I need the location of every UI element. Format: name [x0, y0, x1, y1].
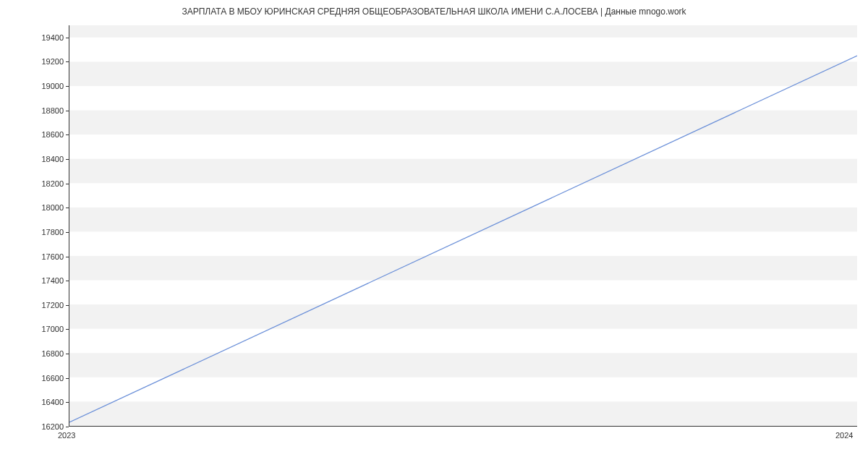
- y-tick-label: 16600: [41, 374, 64, 383]
- y-tick-label: 16800: [41, 349, 64, 358]
- grid-band: [69, 353, 857, 377]
- x-tick-label: 2024: [835, 431, 853, 440]
- y-tick-mark: [66, 184, 69, 184]
- y-tick-label: 17600: [41, 252, 64, 261]
- y-tick-label: 18200: [41, 179, 64, 188]
- y-tick-label: 16400: [41, 398, 64, 406]
- y-tick-mark: [66, 61, 69, 62]
- y-tick-label: 19000: [41, 82, 64, 90]
- y-tick-label: 17000: [41, 325, 64, 333]
- grid-band: [69, 159, 857, 184]
- y-tick-label: 18600: [41, 130, 64, 139]
- y-tick-mark: [66, 208, 69, 208]
- x-tick-label: 2023: [58, 431, 75, 440]
- y-tick-mark: [66, 402, 69, 403]
- y-tick-label: 17400: [41, 276, 64, 285]
- y-tick-mark: [66, 38, 69, 38]
- y-tick-label: 17800: [41, 228, 64, 236]
- y-tick-mark: [66, 427, 69, 427]
- y-tick-label: 17200: [41, 301, 64, 309]
- y-tick-mark: [66, 354, 69, 354]
- y-tick-mark: [66, 378, 69, 379]
- y-tick-label: 19200: [41, 57, 64, 66]
- grid-band: [69, 61, 857, 86]
- y-tick-mark: [66, 305, 69, 306]
- y-tick-mark: [66, 86, 69, 87]
- y-tick-mark: [66, 257, 69, 257]
- grid-band: [69, 111, 857, 135]
- y-tick-label: 18000: [41, 203, 64, 212]
- y-tick-mark: [66, 159, 69, 160]
- chart-title: ЗАРПЛАТА В МБОУ ЮРИНСКАЯ СРЕДНЯЯ ОБЩЕОБР…: [0, 7, 868, 17]
- grid-band: [69, 208, 857, 232]
- y-tick-mark: [66, 134, 69, 135]
- y-tick-mark: [66, 232, 69, 233]
- grid-band: [69, 401, 857, 426]
- y-tick-label: 19400: [41, 33, 64, 42]
- y-tick-label: 18400: [41, 155, 64, 163]
- plot-area: [69, 25, 857, 427]
- y-tick-label: 16200: [41, 422, 64, 431]
- y-tick-mark: [66, 329, 69, 330]
- y-tick-mark: [66, 281, 69, 281]
- y-tick-label: 18800: [41, 106, 64, 115]
- grid-band: [69, 25, 857, 38]
- grid-band: [69, 256, 857, 281]
- y-tick-mark: [66, 111, 69, 111]
- grid-band: [69, 304, 857, 329]
- chart-svg: [69, 25, 857, 426]
